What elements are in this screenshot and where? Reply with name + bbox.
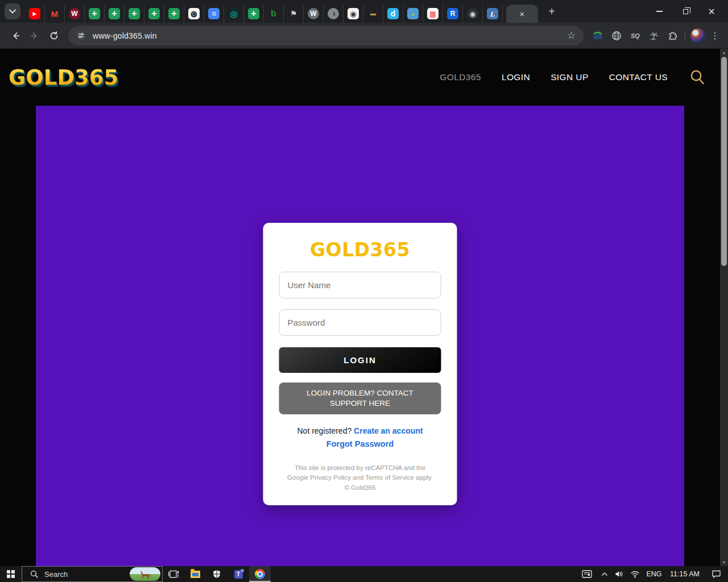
spreadsheet-6-favicon: + xyxy=(248,8,259,19)
dots-red-favicon: ▦ xyxy=(427,8,439,19)
forward-button[interactable] xyxy=(25,26,44,45)
scrollbar-down-arrow[interactable]: ▼ xyxy=(720,559,728,566)
chevron-up-icon xyxy=(601,572,608,576)
teams-button[interactable]: T xyxy=(228,566,249,582)
minimize-button[interactable] xyxy=(646,0,672,23)
palm-tree-extension-icon xyxy=(649,31,659,41)
pinned-tab-chatgpt[interactable]: ⊛ xyxy=(184,5,204,23)
restore-button[interactable] xyxy=(672,0,698,23)
globe-extension-icon xyxy=(611,31,622,41)
url-text[interactable]: www-gold365.win xyxy=(93,31,567,40)
hero-section: GOLD365 LOGIN LOGIN PROBLEM? CONTACT SUP… xyxy=(36,106,684,566)
username-input[interactable] xyxy=(279,272,441,298)
horse-dark-favicon: ▬ xyxy=(367,8,379,19)
action-center-button[interactable] xyxy=(704,566,728,582)
hidden-icons-button[interactable] xyxy=(597,566,612,582)
bookmark-star-icon[interactable]: ☆ xyxy=(567,30,576,41)
pinned-tab-gmail[interactable]: M xyxy=(45,5,65,23)
pinned-tab-horse-dark[interactable]: ▬ xyxy=(363,5,383,23)
pinned-tab-youtube[interactable]: ▶ xyxy=(25,5,45,23)
pinned-tab-wordpress-gray[interactable]: W xyxy=(304,5,324,23)
pinned-tab-spreadsheet-2[interactable]: + xyxy=(105,5,125,23)
profile-avatar[interactable] xyxy=(690,28,705,43)
contact-support-button[interactable]: LOGIN PROBLEM? CONTACT SUPPORT HERE xyxy=(279,383,441,414)
pinned-tab-flag[interactable]: ⚑ xyxy=(284,5,304,23)
start-button[interactable] xyxy=(0,566,22,582)
extension-palm-button[interactable] xyxy=(644,26,663,45)
pinned-tab-wordpress-red[interactable]: W xyxy=(65,5,85,23)
active-tab[interactable]: × xyxy=(506,5,538,23)
pinned-tab-docs-blue[interactable]: ≡ xyxy=(204,5,224,23)
page-scrollbar[interactable]: ▲ ▼ xyxy=(720,49,728,566)
teal-badge-favicon: ◎ xyxy=(228,8,239,19)
tab-search-button[interactable] xyxy=(5,3,20,19)
close-tab-icon[interactable]: × xyxy=(520,10,525,18)
scrollbar-up-arrow[interactable]: ▲ xyxy=(720,49,728,56)
pinned-tab-spreadsheet-1[interactable]: + xyxy=(85,5,105,23)
windows-security-button[interactable] xyxy=(206,566,228,582)
pinned-tab-letter-l[interactable]: L xyxy=(483,5,503,23)
clock[interactable]: 11:15 AM xyxy=(665,566,704,582)
daman-d-favicon: d xyxy=(387,8,399,19)
forward-icon xyxy=(30,31,39,40)
scrollbar-thumb[interactable] xyxy=(721,57,727,266)
teams-icon: T xyxy=(234,570,243,579)
task-view-button[interactable] xyxy=(163,566,184,582)
extensions-menu-button[interactable] xyxy=(663,26,682,45)
not-registered-text: Not registered? xyxy=(297,426,352,435)
nav-item-login[interactable]: LOGIN xyxy=(502,72,530,82)
address-bar[interactable]: www-gold365.win ☆ xyxy=(68,26,584,45)
window-controls: × xyxy=(646,0,725,23)
file-explorer-button[interactable] xyxy=(184,566,206,582)
pinned-tab-teal-badge[interactable]: ◎ xyxy=(224,5,244,23)
taskbar-search-box[interactable]: Search xyxy=(22,566,163,582)
password-input[interactable] xyxy=(279,309,441,336)
pinned-tab-rummy-r[interactable]: R xyxy=(443,5,463,23)
browser-menu-button[interactable]: ⋮ xyxy=(708,30,722,41)
pinned-tab-globe-browser[interactable]: ◑ xyxy=(324,5,344,23)
pinned-tab-spreadsheet-4[interactable]: + xyxy=(144,5,164,23)
language-indicator[interactable]: ENG xyxy=(643,566,665,582)
close-window-button[interactable]: × xyxy=(698,0,725,23)
forgot-password-link[interactable]: Forgot Password xyxy=(326,439,394,448)
site-settings-icon[interactable] xyxy=(76,31,86,40)
nav-item-gold365[interactable]: GOLD365 xyxy=(440,72,481,82)
login-button[interactable]: LOGIN xyxy=(279,347,441,373)
pinned-tab-bet-b[interactable]: b xyxy=(264,5,284,23)
chrome-taskbar-button[interactable] xyxy=(249,566,271,582)
search-highlight-image[interactable] xyxy=(130,567,160,581)
docs-blue-favicon: ≡ xyxy=(208,8,220,19)
badge-circle-favicon: ◉ xyxy=(467,8,478,19)
letter-l-favicon: L xyxy=(487,8,498,19)
pinned-tab-bird-blue[interactable]: ▲ xyxy=(403,5,423,23)
pinned-tab-spreadsheet-6[interactable]: + xyxy=(244,5,264,23)
search-icon xyxy=(689,69,705,86)
pinned-tab-badge-circle[interactable]: ◉ xyxy=(463,5,483,23)
back-button[interactable] xyxy=(6,26,25,45)
pinned-tab-white-emblem[interactable]: ◉ xyxy=(344,5,363,23)
bird-blue-favicon: ▲ xyxy=(407,8,419,19)
shield-icon xyxy=(212,569,221,579)
news-widget-button[interactable] xyxy=(577,566,597,582)
reload-button[interactable] xyxy=(44,26,64,45)
volume-button[interactable] xyxy=(612,566,627,582)
page-viewport: GOLD365 GOLD365LOGINSIGN UPCONTACT US GO… xyxy=(0,49,728,566)
site-search-button[interactable] xyxy=(689,69,705,86)
browser-toolbar: www-gold365.win ☆ SQ ⋮ xyxy=(0,23,728,49)
nav-item-sign-up[interactable]: SIGN UP xyxy=(551,72,589,82)
extension-folder-button[interactable] xyxy=(588,26,607,45)
pinned-tab-dots-red[interactable]: ▦ xyxy=(423,5,443,23)
flag-favicon: ⚑ xyxy=(288,8,299,19)
extension-sq-button[interactable]: SQ xyxy=(626,26,644,45)
wifi-icon xyxy=(630,571,640,578)
taskbar-search-icon xyxy=(30,570,38,578)
pinned-tab-spreadsheet-3[interactable]: + xyxy=(125,5,144,23)
create-account-link[interactable]: Create an account xyxy=(354,426,423,435)
pinned-tab-spreadsheet-5[interactable]: + xyxy=(164,5,184,23)
wifi-button[interactable] xyxy=(627,566,643,582)
pinned-tab-daman-d[interactable]: d xyxy=(383,5,403,23)
site-logo[interactable]: GOLD365 xyxy=(9,65,118,90)
nav-item-contact-us[interactable]: CONTACT US xyxy=(609,72,668,82)
new-tab-button[interactable]: + xyxy=(544,3,560,19)
extension-globe-button[interactable] xyxy=(607,26,626,45)
